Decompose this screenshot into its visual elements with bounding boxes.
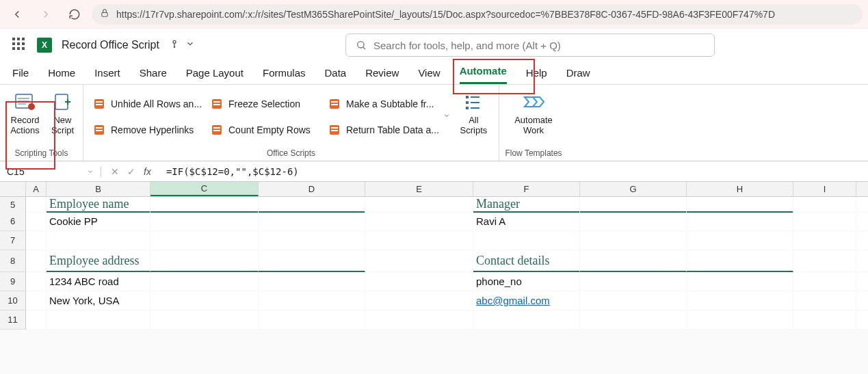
tab-draw[interactable]: Draw [566,67,590,84]
cell[interactable] [687,197,793,213]
cell[interactable] [26,272,47,291]
cell[interactable] [150,291,259,310]
cell[interactable] [259,310,365,330]
script-unhide-rows[interactable]: Unhide All Rows an... [89,92,205,116]
cell[interactable] [687,231,793,250]
forward-button[interactable] [34,3,57,26]
cell[interactable] [259,231,365,250]
cell[interactable] [259,250,365,272]
cell[interactable] [26,291,47,310]
tab-insert[interactable]: Insert [94,67,120,84]
cell[interactable] [150,212,259,231]
cell[interactable] [856,212,868,231]
cell[interactable] [150,310,259,330]
name-box[interactable]: C15 [0,166,101,177]
back-button[interactable] [5,3,29,26]
select-all-corner[interactable] [0,182,26,196]
cell[interactable] [580,231,687,250]
col-header-F[interactable]: F [473,182,580,196]
cell[interactable] [259,291,365,310]
search-input[interactable]: Search for tools, help, and more (Alt + … [345,34,715,57]
cell[interactable] [793,231,856,250]
cell[interactable] [793,291,856,310]
cell[interactable] [47,231,150,250]
record-actions-button[interactable]: Record Actions [4,89,47,135]
col-header-D[interactable]: D [259,182,365,196]
app-launcher-icon[interactable] [12,38,27,53]
cell-addr-2[interactable]: New York, USA [47,291,150,310]
cell[interactable] [580,212,687,231]
cell[interactable] [150,272,259,291]
tab-page-layout[interactable]: Page Layout [186,67,244,84]
cell[interactable] [687,310,793,330]
cell[interactable] [580,250,687,272]
col-header-C[interactable]: C [150,182,259,196]
cell[interactable] [856,272,868,291]
cell[interactable] [856,197,868,213]
cell[interactable] [793,212,856,231]
row-header-5[interactable]: 5 [0,197,26,213]
cell[interactable] [365,272,473,291]
cell[interactable] [26,310,47,330]
cell[interactable] [856,250,868,272]
cell[interactable] [365,291,473,310]
cell[interactable] [259,212,365,231]
cell[interactable] [26,231,47,250]
tab-view[interactable]: View [418,67,440,84]
cell[interactable] [793,250,856,272]
row-header-6[interactable]: 6 [0,212,26,231]
all-scripts-button[interactable]: All Scripts [453,89,495,142]
cell[interactable] [259,272,365,291]
scripts-gallery-expand[interactable] [440,89,453,142]
script-return-table-data[interactable]: Return Table Data a... [324,118,440,142]
cell[interactable] [473,231,580,250]
cell[interactable] [793,272,856,291]
tab-share[interactable]: Share [140,67,167,84]
automate-work-button[interactable]: Automate Work [506,89,561,135]
cell[interactable] [687,272,793,291]
chevron-down-icon[interactable] [185,39,195,51]
cell[interactable] [580,310,687,330]
row-header-11[interactable]: 11 [0,310,26,330]
cell[interactable] [473,310,580,330]
col-header-A[interactable]: A [26,182,47,196]
cell[interactable] [259,197,365,213]
cell[interactable] [47,310,150,330]
cell[interactable] [365,310,473,330]
tab-formulas[interactable]: Formulas [263,67,306,84]
cell[interactable] [580,272,687,291]
row-header-9[interactable]: 9 [0,272,26,291]
document-title[interactable]: Record Office Script [62,39,159,51]
cell[interactable] [856,231,868,250]
cell[interactable] [856,291,868,310]
sensitivity-icon[interactable] [169,38,180,52]
spreadsheet-grid[interactable]: A B C D E F G H I J 5 Employee name Mana… [0,182,868,330]
col-header-E[interactable]: E [365,182,473,196]
cell-email[interactable]: abc@gmail.com [473,291,580,310]
tab-automate[interactable]: Automate [460,65,507,84]
cell[interactable] [687,250,793,272]
fx-icon[interactable]: fx [144,166,151,177]
col-header-B[interactable]: B [47,182,150,196]
cell[interactable] [856,310,868,330]
cell-manager[interactable]: Ravi A [473,212,580,231]
col-header-H[interactable]: H [687,182,793,196]
script-freeze-selection[interactable]: Freeze Selection [207,92,323,116]
cell[interactable] [365,197,473,213]
new-script-button[interactable]: New Script [47,89,79,135]
cell[interactable] [26,212,47,231]
cell[interactable] [580,197,687,213]
row-header-7[interactable]: 7 [0,231,26,250]
cell-emp-name[interactable]: Cookie PP [47,212,150,231]
cell[interactable] [150,197,259,213]
cell[interactable] [365,231,473,250]
cell-phone[interactable]: phone_no [473,272,580,291]
script-make-subtable[interactable]: Make a Subtable fr... [324,92,440,116]
cell-addr-1[interactable]: 1234 ABC road [47,272,150,291]
cancel-formula-icon[interactable]: ✕ [111,166,119,177]
address-bar[interactable]: https://17r7vp.sharepoint.com/:x:/r/site… [92,4,863,25]
row-header-8[interactable]: 8 [0,250,26,272]
cell[interactable] [365,212,473,231]
col-header-I[interactable]: I [793,182,856,196]
cell[interactable] [150,231,259,250]
